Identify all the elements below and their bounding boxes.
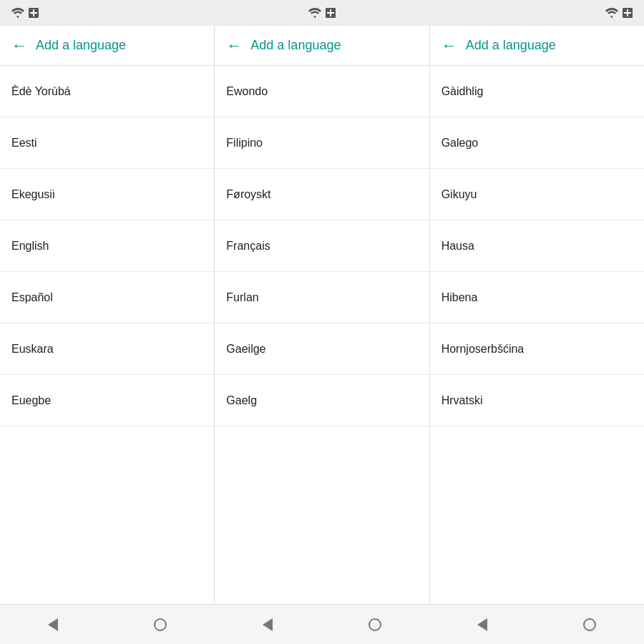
panel-3-language-list: Gàidhlig Galego Gikuyu Hausa Hibena Horn… (430, 66, 644, 644)
wifi-icon-2 (308, 8, 321, 18)
status-section-1 (11, 8, 39, 18)
panel-1: ← Add a language Èdè Yorùbá Eesti Ekegus… (0, 26, 215, 644)
wifi-icon-1 (11, 8, 24, 18)
nav-bar (0, 604, 644, 644)
list-item[interactable]: Français (215, 220, 429, 272)
wifi-icon-3 (605, 8, 618, 18)
list-item[interactable]: Galego (430, 117, 644, 169)
list-item[interactable]: Hausa (430, 220, 644, 272)
signal-icon-2 (326, 8, 336, 18)
list-item[interactable]: Hrvatski (430, 375, 644, 426)
nav-section-2 (215, 618, 429, 631)
back-button-1[interactable] (48, 618, 58, 631)
list-item[interactable]: Gaeilge (215, 323, 429, 375)
list-item[interactable]: Furlan (215, 272, 429, 323)
panels-container: ← Add a language Èdè Yorùbá Eesti Ekegus… (0, 26, 644, 644)
panel-2: ← Add a language Ewondo Filipino Føroysk… (215, 26, 429, 644)
panel-2-language-list: Ewondo Filipino Føroyskt Français Furlan… (215, 66, 429, 644)
panel-3-title: Add a language (466, 38, 556, 53)
panel-2-title: Add a language (250, 38, 341, 53)
list-item[interactable]: Hornjoserbšćina (430, 323, 644, 375)
home-button-2[interactable] (369, 618, 381, 631)
status-bar (0, 0, 644, 26)
panel-1-header: ← Add a language (0, 26, 214, 66)
list-item[interactable]: Filipino (215, 117, 429, 169)
panel-1-title: Add a language (36, 38, 126, 53)
list-item[interactable]: Gàidhlig (430, 66, 644, 117)
panel-2-back-button[interactable]: ← (226, 36, 242, 55)
list-item[interactable]: Eesti (0, 117, 214, 169)
list-item[interactable]: Euegbe (0, 375, 214, 426)
nav-section-3 (429, 618, 644, 631)
nav-section-1 (0, 618, 215, 631)
panel-2-header: ← Add a language (215, 26, 429, 66)
list-item[interactable]: Euskara (0, 323, 214, 375)
home-button-1[interactable] (154, 618, 167, 631)
home-button-3[interactable] (583, 618, 596, 631)
panel-1-back-button[interactable]: ← (11, 36, 27, 55)
list-item[interactable]: Ekegusii (0, 169, 214, 220)
back-button-3[interactable] (477, 618, 487, 631)
panel-3-back-button[interactable]: ← (441, 36, 457, 55)
list-item[interactable]: Føroyskt (215, 169, 429, 220)
list-item[interactable]: Gaelg (215, 375, 429, 426)
back-button-2[interactable] (263, 618, 273, 631)
status-section-2 (308, 8, 336, 18)
panel-1-language-list: Èdè Yorùbá Eesti Ekegusii English Españo… (0, 66, 214, 644)
signal-icon-3 (623, 8, 633, 18)
list-item[interactable]: Ewondo (215, 66, 429, 117)
list-item[interactable]: Hibena (430, 272, 644, 323)
list-item[interactable]: English (0, 220, 214, 272)
panel-3: ← Add a language Gàidhlig Galego Gikuyu … (430, 26, 644, 644)
signal-icon-1 (29, 8, 39, 18)
status-section-3 (605, 8, 633, 18)
list-item[interactable]: Èdè Yorùbá (0, 66, 214, 117)
panel-3-header: ← Add a language (430, 26, 644, 66)
list-item[interactable]: Español (0, 272, 214, 323)
list-item[interactable]: Gikuyu (430, 169, 644, 220)
